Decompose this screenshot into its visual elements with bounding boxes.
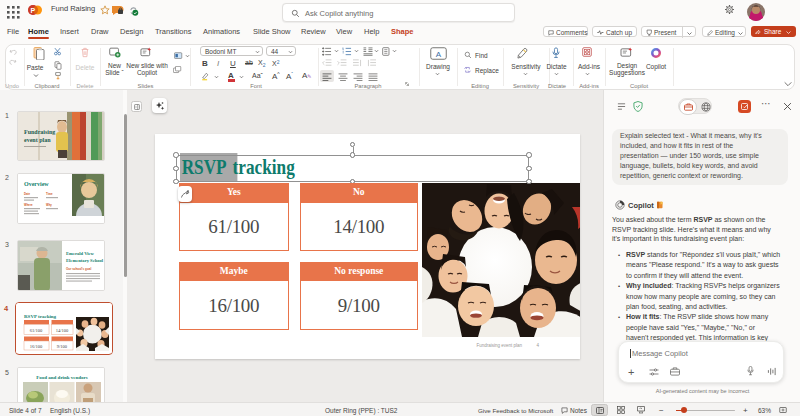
svg-text:14/100: 14/100 (55, 328, 68, 333)
svg-text:Overview: Overview (24, 181, 49, 187)
svg-text:9/100: 9/100 (56, 344, 67, 349)
svg-text:Where: Where (24, 203, 33, 207)
svg-text:Elementary School: Elementary School (66, 258, 104, 263)
svg-text:A: A (436, 50, 442, 59)
svg-text:61/100: 61/100 (29, 328, 42, 333)
svg-text:RSVP tracking: RSVP tracking (24, 314, 57, 319)
svg-text:event plan: event plan (24, 137, 51, 143)
svg-text:Fundraising: Fundraising (24, 129, 55, 135)
svg-text:Emerald View: Emerald View (66, 251, 95, 256)
svg-text:Why: Why (46, 203, 52, 207)
svg-text:Food and drink vendors: Food and drink vendors (36, 375, 88, 380)
svg-text:Our school's goal: Our school's goal (66, 267, 91, 271)
svg-text:Time: Time (46, 192, 53, 196)
svg-text:Date: Date (24, 192, 31, 196)
svg-text:P: P (30, 7, 35, 14)
svg-text:16/100: 16/100 (29, 344, 42, 349)
